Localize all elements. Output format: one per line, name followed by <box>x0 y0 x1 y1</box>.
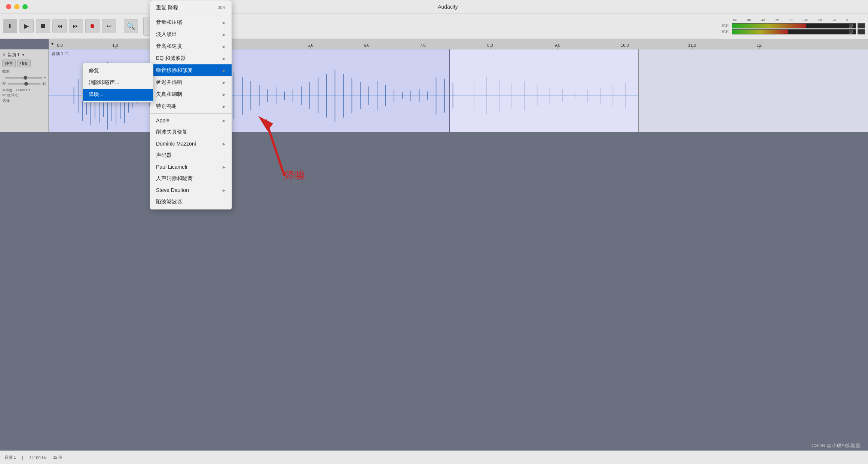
menu-separator-1 <box>150 15 232 15</box>
menu-item-clip-fix[interactable]: 削波失真修复 <box>150 126 232 138</box>
status-bar: 音频 1 | 44100 Hz 32 位 <box>0 451 868 464</box>
vu-right-label: 左右 <box>721 29 730 34</box>
menu-separator-2 <box>150 113 232 114</box>
menu-item-special-thanks[interactable]: 特别鸣谢 <box>150 100 232 112</box>
menu-item-steve[interactable]: Steve Daulton <box>150 184 232 196</box>
vu-meter-area: -54 -48 -42 -36 -30 -24 -18 -12 -6 左右 左右 <box>718 13 868 39</box>
vu-bar-right <box>732 30 788 34</box>
next-button[interactable]: ⏭ <box>69 19 83 33</box>
vu-clip-left <box>858 23 865 28</box>
menu-item-repeat-noise[interactable]: 重复 降噪 ⌘R <box>150 2 232 14</box>
play-button[interactable]: ▶ <box>19 19 34 33</box>
menu-item-vocal-remove[interactable]: 人声消除和隔离 <box>150 173 232 184</box>
noise-removal-submenu: 修复 消除咔嗒声... 降噪... <box>82 63 153 103</box>
prev-button[interactable]: ⏮ <box>52 19 67 33</box>
vu-row-right: 左右 <box>721 29 865 34</box>
track-info-line2: 32 位 浮点 <box>2 93 46 98</box>
vu-meter-right <box>732 29 856 34</box>
submenu-item-repair[interactable]: 修复 <box>83 65 153 77</box>
menu-item-dominic[interactable]: Dominic Mazzoni <box>150 138 232 149</box>
watermark: CSDN @小虎AI实验室 <box>812 442 861 449</box>
track-header: ✕ 音频 1 ▼ 静音 独奏 效果 - + 左 右 单声道，44100 Hz 3… <box>0 49 49 132</box>
menu-item-fade[interactable]: 淡入淡出 <box>150 28 232 40</box>
record-button[interactable]: ⏺ <box>85 19 100 33</box>
pan-row: 左 右 <box>2 81 46 86</box>
pause-button[interactable]: ⏸ <box>3 19 17 33</box>
vu-bar-left <box>732 24 806 28</box>
gain-minus: - <box>2 76 3 80</box>
menu-item-delay[interactable]: 延迟并混响 <box>150 76 232 88</box>
menu-item-apple[interactable]: Apple <box>150 115 232 126</box>
menu-item-vocoder[interactable]: 声码器 <box>150 149 232 161</box>
pan-slider[interactable] <box>7 83 41 85</box>
menu-item-distortion[interactable]: 失真和调制 <box>150 88 232 100</box>
menu-item-eq[interactable]: EQ 和滤波器 <box>150 52 232 64</box>
maximize-button[interactable] <box>22 4 28 9</box>
vu-row-left: 左右 <box>721 23 865 28</box>
track-info: 单声道，44100 Hz 32 位 浮点 <box>2 88 46 97</box>
pan-left: 左 <box>2 81 6 86</box>
gain-plus: + <box>44 76 46 80</box>
loop-button[interactable]: ↩ <box>102 19 116 33</box>
status-bit: 32 位 <box>53 455 62 460</box>
vu-left-label: 左右 <box>721 23 730 28</box>
track-select-label: 选择 <box>2 98 46 103</box>
vu-indicator-right <box>849 30 853 34</box>
gain-row: - + <box>2 76 46 80</box>
mute-button[interactable]: 静音 <box>2 59 16 67</box>
title-bar: Audacity <box>0 0 868 13</box>
menu-item-notch-filter[interactable]: 陷波滤波器 <box>150 196 232 208</box>
minimize-button[interactable] <box>14 4 19 9</box>
solo-button[interactable]: 独奏 <box>17 59 31 67</box>
menu-item-pitch[interactable]: 音高和速度 <box>150 40 232 52</box>
status-separator: | <box>22 455 23 460</box>
ruler-dropdown[interactable]: ▼ <box>50 41 55 46</box>
stop-button[interactable]: ⏹ <box>36 19 50 33</box>
effects-label: 效果 <box>2 69 46 74</box>
track-dropdown-button[interactable]: ▼ <box>21 53 25 57</box>
menu-item-noise-removal[interactable]: 噪音移除和修复 <box>150 64 232 76</box>
toolbar-separator-1 <box>120 20 120 32</box>
gain-slider[interactable] <box>5 77 42 79</box>
waveform-right-area <box>639 49 868 132</box>
submenu-item-noise-reduce[interactable]: 降噪... <box>83 89 153 101</box>
vu-meter-left <box>732 23 856 28</box>
vu-clip-right <box>858 29 865 34</box>
pan-right: 右 <box>42 81 46 86</box>
track-close-button[interactable]: ✕ <box>2 52 6 57</box>
track-name: 音频 1 <box>7 52 20 58</box>
status-text: 音频 1 <box>4 455 16 460</box>
window-buttons <box>6 4 28 9</box>
zoom-in-button[interactable]: 🔍 <box>124 19 138 33</box>
empty-track-area <box>0 132 868 451</box>
submenu-item-click-remove[interactable]: 消除咔嗒声... <box>83 77 153 89</box>
menu-item-paul[interactable]: Paul Licameli <box>150 161 232 173</box>
close-button[interactable] <box>6 4 11 9</box>
menu-item-volume[interactable]: 音量和压缩 <box>150 16 232 28</box>
vu-indicator-left <box>849 24 853 28</box>
track-info-line1: 单声道，44100 Hz <box>2 88 46 93</box>
annotation-label: 降噪 <box>284 168 305 183</box>
status-rate: 44100 Hz <box>29 455 47 460</box>
main-effects-menu: 重复 降噪 ⌘R 音量和压缩 淡入淡出 音高和速度 EQ 和滤波器 噪音移除和修… <box>150 0 232 210</box>
